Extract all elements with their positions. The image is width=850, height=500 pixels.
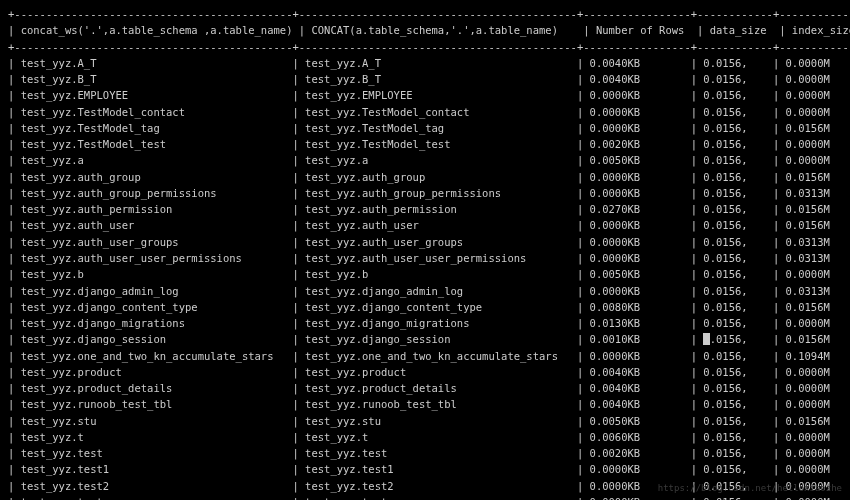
table-row: | test_yyz.auth_user_user_permissions | … bbox=[8, 250, 842, 266]
table-row: | test_yyz.runoob_test_tbl | test_yyz.ru… bbox=[8, 396, 842, 412]
table-row: | test_yyz.django_session | test_yyz.dja… bbox=[8, 331, 842, 347]
table-row: | test_yyz.auth_user | test_yyz.auth_use… bbox=[8, 217, 842, 233]
watermark: https://blog.csdn.net/helloxiaozhe bbox=[658, 482, 842, 496]
table-row: | test_yyz.django_content_type | test_yy… bbox=[8, 299, 842, 315]
table-row: | test_yyz.TestModel_test | test_yyz.Tes… bbox=[8, 136, 842, 152]
table-row: | test_yyz.a | test_yyz.a | 0.0050KB | 0… bbox=[8, 152, 842, 168]
table-row: | test_yyz.auth_group | test_yyz.auth_gr… bbox=[8, 169, 842, 185]
table-border-top: +---------------------------------------… bbox=[8, 6, 842, 22]
table-row: | test_yyz.stu | test_yyz.stu | 0.0050KB… bbox=[8, 413, 842, 429]
table-row: | test_yyz.auth_group_permissions | test… bbox=[8, 185, 842, 201]
table-header-row: | concat_ws('.',a.table_schema ,a.table_… bbox=[8, 22, 842, 38]
table-row: | test_yyz.EMPLOYEE | test_yyz.EMPLOYEE … bbox=[8, 87, 842, 103]
table-row: | test_yyz.auth_permission | test_yyz.au… bbox=[8, 201, 842, 217]
table-row: | test_yyz.TestModel_tag | test_yyz.Test… bbox=[8, 120, 842, 136]
table-row: | test_yyz.product_details | test_yyz.pr… bbox=[8, 380, 842, 396]
table-row: | test_yyz.t | test_yyz.t | 0.0060KB | 0… bbox=[8, 429, 842, 445]
mysql-result-table: +---------------------------------------… bbox=[8, 6, 842, 500]
table-row: | test_yyz.django_admin_log | test_yyz.d… bbox=[8, 283, 842, 299]
table-row: | test_yyz.test1 | test_yyz.test1 | 0.00… bbox=[8, 461, 842, 477]
table-row: | test_yyz.TestModel_contact | test_yyz.… bbox=[8, 104, 842, 120]
table-row: | test_yyz.test | test_yyz.test | 0.0020… bbox=[8, 445, 842, 461]
table-row: | test_yyz.one_and_two_kn_accumulate_sta… bbox=[8, 348, 842, 364]
table-row: | test_yyz.django_migrations | test_yyz.… bbox=[8, 315, 842, 331]
table-row: | test_yyz.B_T | test_yyz.B_T | 0.0040KB… bbox=[8, 71, 842, 87]
table-row: | test_yyz.A_T | test_yyz.A_T | 0.0040KB… bbox=[8, 55, 842, 71]
table-row: | test_yyz.auth_user_groups | test_yyz.a… bbox=[8, 234, 842, 250]
table-row: | test_yyz.product | test_yyz.product | … bbox=[8, 364, 842, 380]
table-row: | test_yyz.b | test_yyz.b | 0.0050KB | 0… bbox=[8, 266, 842, 282]
table-border-mid: +---------------------------------------… bbox=[8, 39, 842, 55]
